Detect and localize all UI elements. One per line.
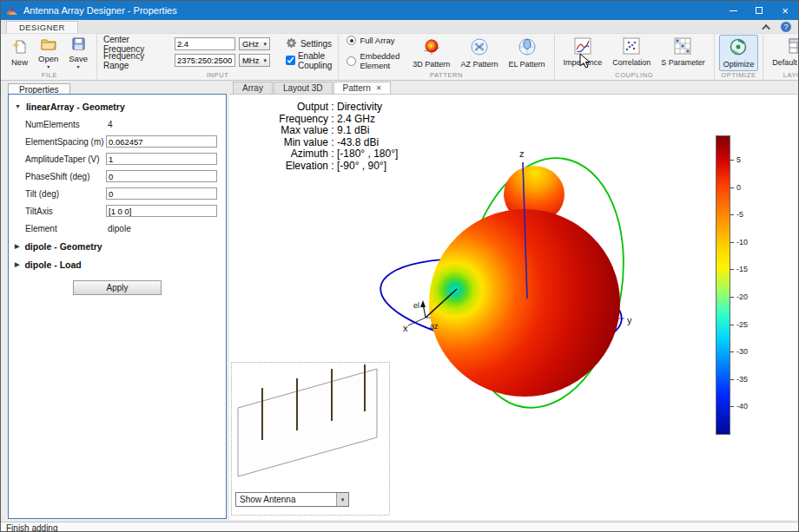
content-area: Properties ▼ linearArray - Geometry NumE… [1,81,798,522]
optimize-icon [729,37,748,58]
save-dropdown-arrow-icon: ▾ [77,65,80,69]
tab-array[interactable]: Array [233,82,273,94]
az-pattern-icon [470,37,489,58]
titlebar: Antenna Array Designer - Properties × [1,1,798,20]
frequency-range-unit-select[interactable]: MHz ▾ [239,54,270,67]
open-button[interactable]: Open ▾ [34,35,63,72]
input-group-label: INPUT [97,71,338,79]
pattern-plot-area[interactable]: Output : Directivity Frequency : 2.4 GHz… [229,94,797,520]
enable-coupling-checkbox[interactable] [286,56,295,65]
save-button[interactable]: Save ▾ [64,35,92,72]
statusbar: Finish adding [1,522,798,532]
open-dropdown-arrow-icon: ▾ [47,65,50,69]
window-title: Antenna Array Designer - Properties [23,5,177,16]
tilt-input[interactable] [106,187,217,200]
properties-panel-body: ▼ linearArray - Geometry NumElements 4 E… [8,94,227,519]
coupling-group-label: COUPLING [555,71,714,79]
save-disk-icon [72,37,85,52]
z-axis-label: z [519,148,525,159]
phaseshift-input[interactable] [106,170,217,182]
ribbon-group-layout: Default Layout LAYOUT [763,34,799,80]
field-tilt: Tilt (deg) [9,185,226,202]
tiltaxis-input[interactable] [106,205,217,217]
apply-button[interactable]: Apply [73,280,162,295]
antenna-preview-plot [232,365,388,490]
ribbon-group-input: Center Frequency GHz ▾ Settings Frequenc… [97,34,339,80]
tab-pattern[interactable]: Pattern ✕ [333,82,392,94]
amplitudetaper-input[interactable] [106,153,217,165]
field-element: Element dipole [9,220,226,237]
s-parameter-icon [674,37,691,56]
s-parameter-button[interactable]: S Parameter [657,35,710,69]
center-frequency-unit-select[interactable]: GHz ▾ [239,37,270,50]
help-icon[interactable]: ? [781,22,791,32]
el-pattern-button[interactable]: EL Pattern [504,35,549,71]
3d-pattern-button[interactable]: 3D Pattern [408,35,454,71]
default-layout-button[interactable]: Default Layout [768,35,799,69]
field-elementspacing: ElementSpacing (m) [9,133,226,150]
element-value[interactable]: dipole [108,224,131,233]
field-tiltaxis: TiltAxis [9,202,226,220]
ribbon-group-pattern: Full Array Embedded Element 3D Pattern A… [339,34,554,80]
minimize-icon [730,10,737,11]
correlation-button[interactable]: Correlation [608,35,655,69]
ribbon-tabstrip: DESIGNER ? [1,20,798,34]
az-pattern-button[interactable]: AZ Pattern [456,35,502,71]
frequency-range-input[interactable] [175,54,235,67]
antenna-preview: Show Antenna ▾ [231,362,390,516]
optimize-group-label: OPTIMIZE [715,71,763,79]
settings-button[interactable]: Settings [286,37,332,50]
maximize-button[interactable] [746,1,772,20]
collapse-collapsed-icon: ▶ [15,243,19,250]
center-frequency-input[interactable] [175,37,235,50]
properties-panel: Properties ▼ linearArray - Geometry NumE… [8,81,227,519]
embedded-element-radio[interactable]: Embedded Element [347,51,400,70]
field-numelements: NumElements 4 [9,115,226,133]
az-label: az [430,322,439,331]
section-lineararray-geometry[interactable]: ▼ linearArray - Geometry [9,97,226,115]
ribbon-group-optimize: Optimize OPTIMIZE [715,34,764,80]
elementspacing-input[interactable] [106,135,217,148]
chevron-down-icon: ▾ [263,41,267,48]
radio-unselected-icon [347,56,356,66]
section-dipole-geometry[interactable]: ▶ dipole - Geometry [9,237,226,255]
frequency-range-label: Frequency Range [103,51,171,70]
settings-gear-icon [286,37,297,50]
tabstrip-right-icons: ? [764,22,791,32]
close-tab-icon[interactable]: ✕ [376,84,382,92]
radio-selected-icon [347,36,356,45]
main-panel: Array Layout 3D Pattern ✕ Output : Direc… [229,81,797,520]
optimize-button[interactable]: Optimize [719,35,759,71]
show-antenna-select[interactable]: Show Antenna ▾ [235,492,349,507]
minimize-button[interactable] [720,1,746,20]
enable-coupling-checkbox-row[interactable]: Enable Coupling [286,51,332,70]
status-text: Finish adding [6,523,57,532]
document-tabbar: Array Layout 3D Pattern ✕ [229,81,797,94]
collapse-ribbon-icon[interactable] [762,23,770,32]
colorbar [716,135,730,435]
impedance-button[interactable]: Impedance [559,35,607,69]
chevron-down-icon: ▾ [336,493,348,506]
ribbon-group-file: New Open ▾ Save ▾ FILE [3,34,97,80]
full-array-radio[interactable]: Full Array [347,36,400,45]
section-dipole-load[interactable]: ▶ dipole - Load [9,255,226,273]
impedance-icon [574,37,591,56]
y-axis-label: y [627,315,632,325]
el-label: el [413,301,419,310]
close-button[interactable]: × [772,1,798,20]
field-phaseshift: PhaseShift (deg) [9,167,226,185]
maximize-icon [756,7,763,14]
x-axis-label: x [403,323,408,333]
tab-layout3d[interactable]: Layout 3D [274,82,333,94]
3d-pattern-icon [422,37,441,58]
el-pattern-icon [518,37,537,58]
file-group-label: FILE [3,71,96,79]
pattern-group-label: PATTERN [339,71,553,79]
new-button[interactable]: New [7,37,32,69]
window-controls: × [720,1,798,20]
ribbon: New Open ▾ Save ▾ FILE Center Frequency [1,34,798,81]
tab-designer[interactable]: DESIGNER [6,21,78,33]
numelements-value[interactable]: 4 [108,120,113,129]
collapse-expanded-icon: ▼ [15,103,21,109]
ribbon-group-coupling: Impedance Correlation S Parameter COUPLI… [555,34,715,80]
